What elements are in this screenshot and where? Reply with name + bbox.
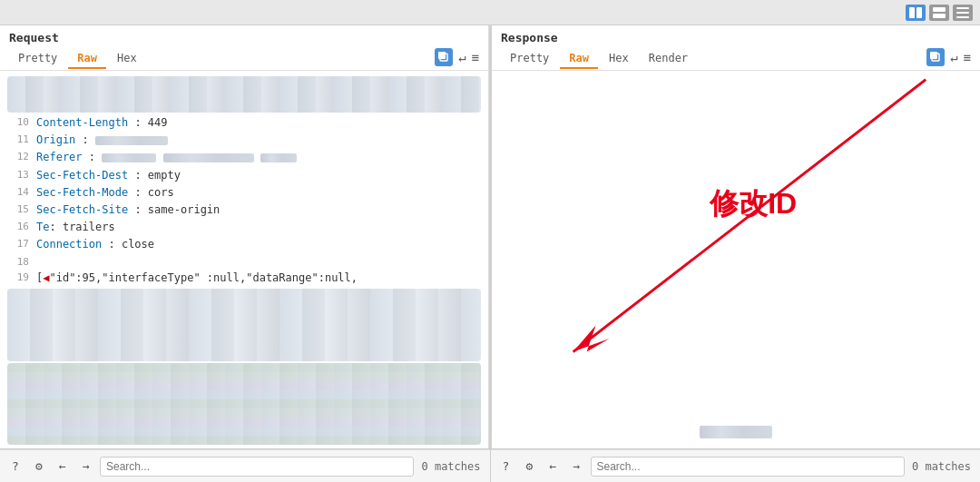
svg-rect-4: [956, 7, 969, 9]
request-next-icon[interactable]: →: [76, 457, 96, 477]
request-prev-icon[interactable]: ←: [53, 457, 73, 477]
code-line-12: 12 Referer :: [0, 149, 488, 166]
main-area: Request Pretty Raw Hex ↵ ≡: [0, 25, 980, 448]
right-search-bar: ? ⚙ ← → 0 matches: [491, 449, 981, 482]
code-line-14: 14 Sec-Fetch-Mode : cors: [0, 184, 488, 202]
response-help-icon[interactable]: ?: [496, 457, 516, 477]
response-search-matches: 0 matches: [908, 460, 975, 473]
request-menu-btn[interactable]: ≡: [472, 50, 479, 64]
tab-request-raw[interactable]: Raw: [68, 49, 106, 69]
request-tabs: Pretty Raw Hex ↵ ≡: [9, 48, 479, 70]
response-settings-icon[interactable]: ⚙: [520, 457, 540, 477]
bottom-search-area: ? ⚙ ← → 0 matches ? ⚙ ← → 0 matches: [0, 448, 980, 482]
response-panel-title: Response: [501, 31, 971, 44]
request-search-input[interactable]: [100, 457, 414, 477]
response-content: 修改ID: [492, 71, 980, 448]
response-search-bar: ? ⚙ ← → 0 matches: [491, 449, 981, 482]
response-tabs: Pretty Raw Hex Render ↵ ≡: [501, 48, 971, 70]
request-content: 10 Content-Length : 449 11 Origin : 12 R…: [0, 71, 488, 448]
svg-rect-6: [956, 16, 969, 18]
response-wrap-btn[interactable]: ↵: [950, 50, 957, 64]
request-tab-actions: ↵ ≡: [435, 48, 479, 70]
svg-line-11: [573, 80, 926, 352]
svg-rect-2: [933, 7, 946, 12]
svg-rect-1: [916, 7, 922, 18]
request-settings-icon[interactable]: ⚙: [29, 457, 49, 477]
blurred-block-mixed: [7, 363, 481, 445]
code-line-17: 17 Connection : close: [0, 236, 488, 253]
response-next-icon[interactable]: →: [567, 457, 587, 477]
response-copy-btn[interactable]: [926, 48, 945, 66]
tab-response-hex[interactable]: Hex: [600, 49, 638, 69]
code-line-13: 13 Sec-Fetch-Dest : empty: [0, 167, 488, 184]
request-panel-title: Request: [9, 31, 479, 44]
request-search-bar: ? ⚙ ← → 0 matches: [0, 449, 490, 482]
tab-request-pretty[interactable]: Pretty: [9, 49, 66, 69]
response-menu-btn[interactable]: ≡: [964, 50, 971, 64]
request-search-matches: 0 matches: [417, 460, 484, 473]
code-line-footer: "ftpPasswd":null}: [0, 447, 488, 448]
response-panel-header: Response Pretty Raw Hex Render ↵ ≡: [492, 25, 980, 71]
top-toolbar: [0, 0, 980, 25]
request-panel-header: Request Pretty Raw Hex ↵ ≡: [0, 25, 488, 71]
arrow-overlay: [492, 71, 980, 448]
tab-response-pretty[interactable]: Pretty: [501, 49, 558, 69]
request-wrap-btn[interactable]: ↵: [458, 50, 466, 64]
svg-rect-8: [438, 52, 446, 59]
tab-response-raw[interactable]: Raw: [560, 49, 598, 69]
svg-rect-3: [933, 14, 946, 18]
settings-btn[interactable]: [953, 5, 973, 21]
response-prev-icon[interactable]: ←: [544, 457, 564, 477]
svg-rect-10: [930, 52, 937, 59]
request-help-icon[interactable]: ?: [5, 457, 25, 477]
response-search-input[interactable]: [591, 457, 905, 477]
blurred-row-1: [7, 76, 481, 113]
horizontal-view-btn[interactable]: [929, 5, 949, 21]
code-line-10: 10 Content-Length : 449: [0, 114, 488, 132]
code-line-19: 19 [◀"id":95,"interfaceType" :null,"data…: [0, 270, 488, 287]
request-code-area[interactable]: 10 Content-Length : 449 11 Origin : 12 R…: [0, 71, 488, 448]
left-search-bar: ? ⚙ ← → 0 matches: [0, 449, 491, 482]
code-line-11: 11 Origin :: [0, 132, 488, 149]
annotation-text: 修改ID: [710, 184, 797, 224]
svg-rect-5: [956, 12, 969, 14]
code-line-18: 18: [0, 254, 488, 271]
request-panel: Request Pretty Raw Hex ↵ ≡: [0, 25, 489, 448]
tab-response-render[interactable]: Render: [640, 49, 697, 69]
svg-rect-0: [909, 7, 915, 18]
blurred-block-middle: [7, 289, 481, 361]
response-panel: Response Pretty Raw Hex Render ↵ ≡ 修改ID: [492, 25, 980, 448]
code-line-16: 16 Te: trailers: [0, 219, 488, 236]
response-tab-actions: ↵ ≡: [926, 48, 971, 70]
request-copy-btn[interactable]: [435, 48, 453, 66]
code-line-15: 15 Sec-Fetch-Site : same-origin: [0, 202, 488, 219]
svg-marker-12: [573, 326, 610, 352]
tab-request-hex[interactable]: Hex: [108, 49, 146, 69]
split-view-btn[interactable]: [906, 5, 926, 21]
